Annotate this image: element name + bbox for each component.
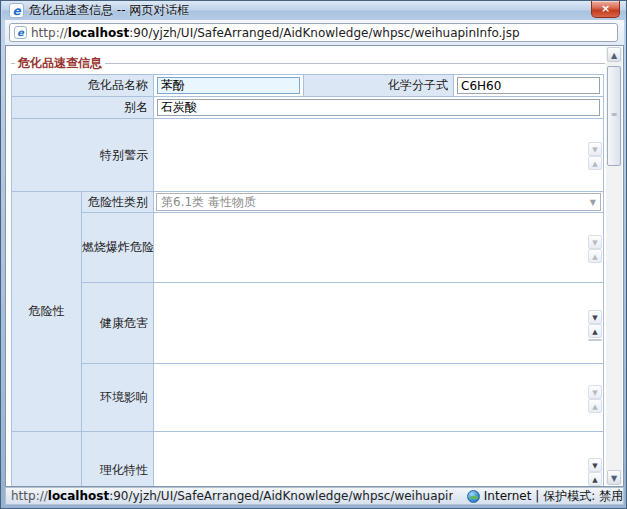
- zone-text: Internet | 保护模式: 禁用: [484, 488, 623, 505]
- hazard-class-value: 第6.1类 毒性物质: [161, 194, 256, 211]
- row-physical: 理化特性 无色或白色晶体，有特殊气味。在空气中及光线作用下变为粉红色甚至红色。室…: [12, 432, 604, 488]
- phys-textarea[interactable]: 无色或白色晶体，有特殊气味。在空气中及光线作用下变为粉红色甚至红色。室温下微溶于…: [154, 471, 586, 474]
- status-url-scheme: http://: [11, 489, 48, 503]
- phys-label: 理化特性: [82, 432, 154, 488]
- alias-label: 别名: [12, 97, 154, 119]
- page-scrollbar[interactable]: ▲ ≡ ▼: [606, 47, 622, 485]
- address-input[interactable]: e http://localhost:90/yjzh/UI/SafeArrang…: [9, 23, 618, 42]
- alias-input[interactable]: [157, 99, 600, 116]
- scroll-up-icon[interactable]: ▲: [588, 399, 602, 413]
- warning-textarea[interactable]: 有毒，对皮肤、黏膜有强烈的腐蚀作用 皮肤接触，首先用大量清水冲洗至少15min，…: [154, 155, 586, 158]
- name-cell: [154, 75, 304, 97]
- scroll-down-icon[interactable]: ▼: [588, 385, 602, 399]
- warning-label: 特别警示: [12, 119, 154, 192]
- fire-label: 燃烧爆炸危险性: [82, 213, 154, 283]
- status-bar: http://localhost:90/yjzh/UI/SafeArranged…: [5, 487, 624, 505]
- page-title: 危化品速查信息: [15, 55, 105, 72]
- scroll-up-icon[interactable]: ▲: [588, 324, 602, 338]
- fieldset-legend: 危化品速查信息: [11, 55, 605, 71]
- hazard-class-label: 危险性类别: [82, 192, 154, 213]
- address-band: e http://localhost:90/yjzh/UI/SafeArrang…: [5, 20, 624, 45]
- dialog-window: e 危化品速查信息 -- 网页对话框 × e http://localhost:…: [0, 0, 627, 509]
- scrollbar-thumb[interactable]: [588, 339, 602, 341]
- page-scroll-down-icon[interactable]: ▼: [607, 470, 621, 485]
- close-button[interactable]: ×: [591, 1, 620, 18]
- resize-grip[interactable]: [608, 489, 622, 503]
- scroll-down-icon[interactable]: ▼: [588, 235, 602, 249]
- row-hazard-class: 危险性 危险性类别 第6.1类 毒性物质 ▼: [12, 192, 604, 213]
- scroll-down-icon[interactable]: ▼: [588, 142, 602, 156]
- scroll-up-icon[interactable]: ▲: [588, 156, 602, 170]
- hazard-class-select[interactable]: 第6.1类 毒性物质 ▼: [156, 193, 601, 211]
- fire-textarea[interactable]: 可燃: [154, 248, 586, 251]
- ie-icon: e: [9, 3, 24, 18]
- health-label: 健康危害: [82, 283, 154, 364]
- name-input[interactable]: [157, 77, 300, 94]
- alias-cell: [154, 97, 604, 119]
- health-textarea[interactable]: 急性毒性：大鼠经LD50317mg／kg；兔经皮LD50。630mg/kg；大鼠…: [154, 323, 586, 326]
- scroll-down-icon[interactable]: ▼: [588, 310, 602, 324]
- title-bar[interactable]: e 危化品速查信息 -- 网页对话框: [2, 1, 626, 20]
- row-fire: 燃烧爆炸危险性 可燃 ▲ ▼: [12, 213, 604, 283]
- internet-globe-icon: [467, 490, 480, 503]
- env-label: 环境影响: [82, 364, 154, 432]
- page-content: 危化品速查信息 危化品名称 化学分子式 别名: [5, 45, 624, 487]
- page-scroll-up-icon[interactable]: ▲: [607, 47, 621, 62]
- chemical-info-table: 危化品名称 化学分子式 别名 特别警示 有毒，对皮肤、黏膜: [11, 74, 604, 487]
- hazard-group-label: 危险性: [12, 192, 82, 432]
- security-zone: Internet | 保护模式: 禁用: [467, 488, 623, 505]
- row-health: 健康危害 急性毒性：大鼠经LD50317mg／kg；兔经皮LD50。630mg/…: [12, 283, 604, 364]
- scroll-up-icon[interactable]: ▲: [588, 249, 602, 263]
- env-textarea[interactable]: 在很低的浓度下就能对水生生物造成危害 在土壤中，只要2-5天时间就可完全降解 2…: [154, 398, 586, 401]
- scroll-down-icon[interactable]: ▼: [588, 458, 602, 472]
- status-url-host: localhost: [48, 489, 109, 503]
- formula-cell: [454, 75, 604, 97]
- status-url: http://localhost:90/yjzh/UI/SafeArranged…: [6, 489, 453, 503]
- formula-label: 化学分子式: [304, 75, 454, 97]
- row-alias: 别名: [12, 97, 604, 119]
- url-host: localhost: [68, 26, 129, 40]
- url-path: :90/yjzh/UI/SafeArranged/AidKnowledge/wh…: [129, 26, 519, 40]
- status-url-path: :90/yjzh/UI/SafeArranged/AidKnowledge/wh…: [109, 489, 453, 503]
- page-scrollbar-thumb[interactable]: ≡: [607, 66, 621, 166]
- row-warning: 特别警示 有毒，对皮肤、黏膜有强烈的腐蚀作用 皮肤接触，首先用大量清水冲洗至少1…: [12, 119, 604, 192]
- window-title: 危化品速查信息 -- 网页对话框: [29, 2, 189, 19]
- empty-group-cell: [12, 432, 82, 488]
- url-scheme: http://: [31, 26, 68, 40]
- name-label: 危化品名称: [12, 75, 154, 97]
- row-environment: 环境影响 在很低的浓度下就能对水生生物造成危害 在土壤中，只要2-5天时间就可完…: [12, 364, 604, 432]
- formula-input[interactable]: [457, 77, 600, 94]
- ie-page-icon: e: [14, 26, 27, 39]
- row-name-formula: 危化品名称 化学分子式: [12, 75, 604, 97]
- dropdown-arrow-icon: ▼: [590, 198, 596, 207]
- scroll-up-icon[interactable]: ▲: [588, 472, 602, 486]
